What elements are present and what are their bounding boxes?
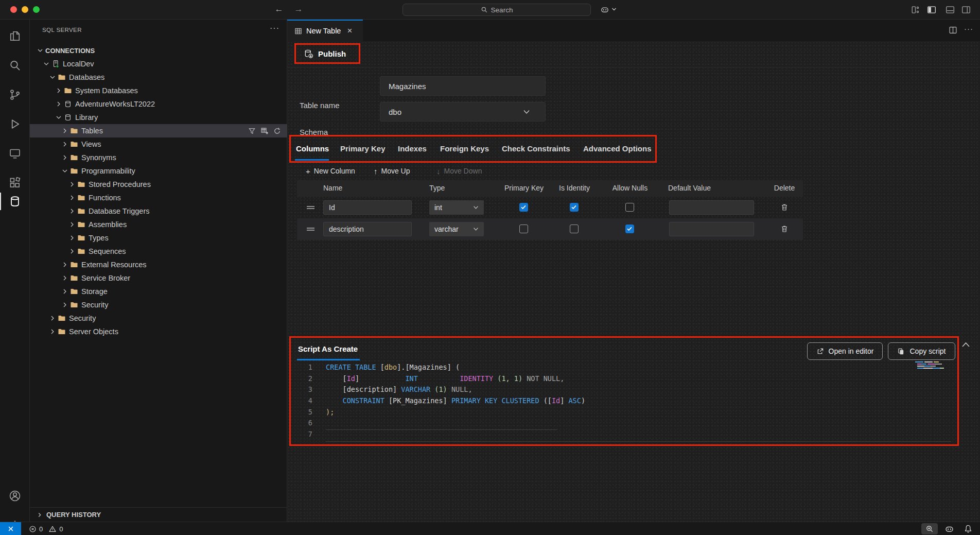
column-name-input[interactable] (323, 222, 412, 236)
split-editor-icon[interactable] (949, 26, 957, 34)
navigate-back-icon[interactable]: ← (273, 4, 285, 14)
tree-item-localdev[interactable]: LocalDev (30, 57, 287, 71)
new-column-button[interactable]: + New Column (306, 165, 355, 177)
tree-item-library[interactable]: Library (30, 111, 287, 124)
close-tab-icon[interactable]: × (347, 26, 352, 36)
tab-advanced-options[interactable]: Advanced Options (583, 144, 652, 153)
extensions-icon[interactable] (9, 177, 21, 189)
chevron-down-icon[interactable] (54, 113, 64, 122)
delete-row-icon[interactable] (780, 203, 789, 212)
chevron-right-icon[interactable] (60, 274, 70, 282)
tree-item-assemblies[interactable]: Assemblies (30, 218, 287, 231)
tab-indexes[interactable]: Indexes (398, 144, 427, 153)
tab-primary-key[interactable]: Primary Key (340, 144, 386, 153)
chevron-right-icon[interactable] (60, 287, 70, 296)
column-name-input[interactable] (323, 200, 412, 215)
problems-status[interactable]: 0 0 (29, 522, 63, 535)
query-history-section[interactable]: QUERY HISTORY (30, 507, 287, 522)
drag-handle-icon[interactable] (306, 204, 315, 211)
chevron-right-icon[interactable] (60, 140, 70, 148)
chevron-right-icon[interactable] (60, 127, 70, 135)
tree-item-security-database[interactable]: Security (30, 298, 287, 312)
chevron-right-icon[interactable] (54, 87, 64, 95)
tab-columns[interactable]: Columns (296, 144, 329, 153)
column-type-select[interactable]: int (429, 200, 484, 215)
search-view-icon[interactable] (9, 59, 21, 72)
checkbox-is-identity[interactable] (570, 203, 579, 212)
default-value-input[interactable] (669, 200, 754, 215)
checkbox-primary-key[interactable] (519, 225, 528, 233)
sql-server-view-icon[interactable] (9, 195, 21, 208)
schema-select[interactable]: dbo (380, 102, 546, 122)
tree-item-security-server[interactable]: Security (30, 312, 287, 325)
chevron-right-icon[interactable] (60, 153, 70, 162)
close-window-button[interactable] (10, 6, 17, 13)
toggle-panel-icon[interactable] (946, 5, 955, 14)
tree-item-stored-procedures[interactable]: Stored Procedures (30, 178, 287, 191)
default-value-input[interactable] (669, 222, 754, 236)
column-type-select[interactable]: varchar (429, 222, 484, 236)
publish-button[interactable]: Publish (318, 49, 346, 58)
zoom-window-button[interactable] (33, 6, 40, 13)
copilot-status-icon[interactable] (944, 524, 954, 534)
chevron-right-icon[interactable] (47, 327, 58, 336)
collapse-panel-chevron-icon[interactable] (961, 341, 970, 348)
chevron-right-icon[interactable] (67, 234, 77, 242)
remote-explorer-icon[interactable] (9, 147, 21, 160)
notifications-bell-icon[interactable] (964, 524, 973, 533)
sql-script-code[interactable]: 1CREATE TABLE [dbo].[Magazines] ( 2 [Id]… (293, 362, 585, 440)
tree-item-databases[interactable]: Databases (30, 71, 287, 84)
checkbox-primary-key[interactable] (519, 203, 528, 212)
open-in-editor-button[interactable]: Open in editor (807, 342, 883, 360)
tree-item-database-triggers[interactable]: Database Triggers (30, 204, 287, 218)
new-table-icon[interactable] (260, 127, 269, 135)
tree-item-tables[interactable]: Tables (30, 124, 287, 137)
checkbox-allow-nulls[interactable] (625, 203, 634, 212)
editor-more-actions-icon[interactable]: ··· (964, 24, 973, 33)
chevron-right-icon[interactable] (60, 261, 70, 269)
minimize-window-button[interactable] (22, 6, 28, 13)
chevron-right-icon[interactable] (47, 314, 58, 322)
tab-check-constraints[interactable]: Check Constraints (502, 144, 570, 153)
chevron-down-icon[interactable] (41, 60, 51, 68)
tree-item-functions[interactable]: Functions (30, 191, 287, 204)
refresh-icon[interactable] (273, 127, 281, 135)
toggle-secondary-sidebar-icon[interactable] (961, 5, 971, 14)
tree-item-sequences[interactable]: Sequences (30, 245, 287, 258)
sidebar-more-actions-icon[interactable]: ··· (270, 24, 279, 33)
tree-item-server-objects[interactable]: Server Objects (30, 325, 287, 338)
tree-item-views[interactable]: Views (30, 137, 287, 151)
table-name-input[interactable] (380, 76, 546, 96)
move-up-button[interactable]: ↑ Move Up (374, 165, 410, 177)
tree-item-types[interactable]: Types (30, 231, 287, 245)
navigate-forward-icon[interactable]: → (292, 4, 305, 14)
tree-item-connections[interactable]: CONNECTIONS (30, 44, 287, 57)
chevron-right-icon[interactable] (54, 100, 64, 108)
move-down-button[interactable]: ↓ Move Down (436, 165, 482, 177)
tab-foreign-keys[interactable]: Foreign Keys (440, 144, 489, 153)
chevron-down-icon[interactable] (60, 167, 70, 175)
customize-layout-icon[interactable] (911, 5, 920, 14)
chevron-down-icon[interactable] (47, 73, 58, 81)
chevron-right-icon[interactable] (67, 194, 77, 202)
zoom-status-button[interactable] (921, 523, 938, 534)
account-icon[interactable] (9, 490, 21, 502)
tree-item-storage[interactable]: Storage (30, 285, 287, 298)
tree-item-programmability[interactable]: Programmability (30, 164, 287, 178)
copilot-icon[interactable] (600, 5, 609, 14)
chevron-right-icon[interactable] (67, 180, 77, 188)
tree-item-external-resources[interactable]: External Resources (30, 258, 287, 271)
delete-row-icon[interactable] (780, 225, 789, 233)
tree-item-service-broker[interactable]: Service Broker (30, 271, 287, 285)
chevron-down-icon[interactable] (35, 46, 45, 55)
tab-new-table[interactable]: New Table × (287, 20, 363, 41)
checkbox-is-identity[interactable] (570, 225, 579, 233)
drag-handle-icon[interactable] (306, 226, 315, 232)
chevron-right-icon[interactable] (67, 247, 77, 255)
copy-script-button[interactable]: Copy script (888, 342, 955, 360)
tree-item-adventureworkslt2022[interactable]: AdventureWorksLT2022 (30, 97, 287, 111)
chevron-right-icon[interactable] (60, 301, 70, 309)
tree-item-synonyms[interactable]: Synonyms (30, 151, 287, 164)
command-center-search[interactable]: Search (402, 4, 591, 16)
run-debug-icon[interactable] (9, 118, 21, 130)
